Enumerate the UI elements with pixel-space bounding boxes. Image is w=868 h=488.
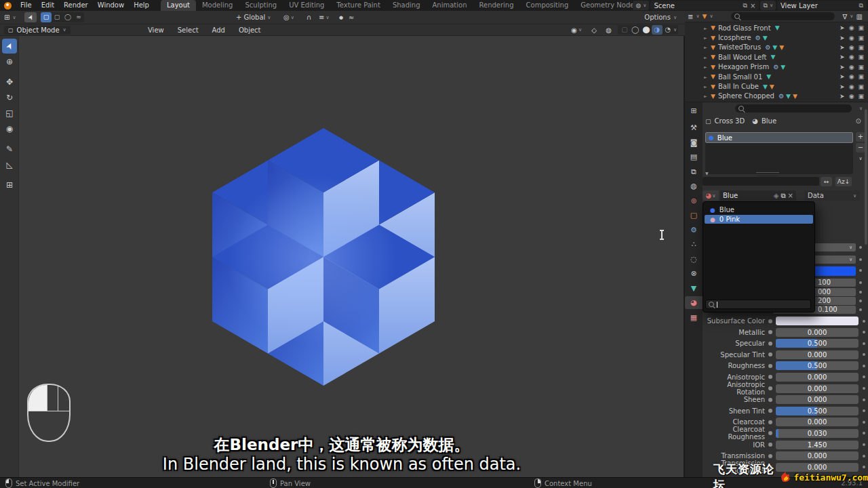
fake-user-icon[interactable]: ◈ xyxy=(774,192,779,199)
tool-select-box[interactable]: ➤ xyxy=(2,39,17,54)
hide-eye-icon[interactable]: ◉ xyxy=(849,44,854,51)
select-pointer-icon[interactable]: ➤ xyxy=(840,73,845,80)
hide-eye-icon[interactable]: ◉ xyxy=(849,64,854,70)
animate-dot-icon[interactable] xyxy=(768,443,772,447)
extras-dot-icon[interactable] xyxy=(863,331,865,333)
value-slider[interactable]: 0.030 xyxy=(776,429,859,438)
shading-rendered-icon[interactable]: ◔ xyxy=(663,25,673,35)
animate-dot-icon[interactable] xyxy=(768,330,772,334)
animate-dot-icon[interactable] xyxy=(768,409,772,413)
extras-dot-icon[interactable] xyxy=(863,455,865,458)
animate-dot-icon[interactable] xyxy=(768,454,772,458)
properties-tab-particles[interactable]: ∴ xyxy=(685,238,703,251)
snap-toggle[interactable]: ∩ xyxy=(307,11,311,24)
value-slider[interactable]: 0.500 xyxy=(776,339,859,348)
select-mode-lasso-icon[interactable]: ≈ xyxy=(73,12,84,22)
color-swatch[interactable] xyxy=(776,317,859,325)
menu-edit[interactable]: Edit xyxy=(37,0,59,11)
select-pointer-icon[interactable]: ➤ xyxy=(840,64,845,70)
shading-material-icon[interactable]: ◑ xyxy=(652,25,663,35)
disable-render-icon[interactable]: ▣ xyxy=(858,44,864,51)
blender-logo-icon[interactable] xyxy=(4,2,12,9)
name-field[interactable] xyxy=(703,177,819,186)
value-slider[interactable]: 0.000 xyxy=(776,328,859,337)
outliner-item-hexagon-prism[interactable]: ► ▼ Hexagon Prism ⚙▼ ➤ ◉ ▣ xyxy=(685,62,868,72)
tool-cursor[interactable]: ⊕ xyxy=(2,54,17,69)
tool-add-cube[interactable]: ⊞ xyxy=(2,178,17,192)
extras-dot-icon[interactable] xyxy=(863,320,865,323)
outliner-item-name[interactable]: Rod Glass Front xyxy=(718,24,771,32)
value-slider[interactable]: 0.000 xyxy=(776,418,859,426)
outliner-item-name[interactable]: TwistedTorus xyxy=(718,43,761,51)
animate-dot-icon[interactable] xyxy=(768,431,772,435)
extras-dot-icon[interactable] xyxy=(863,399,865,401)
properties-tab-view-layer[interactable]: ⧉ xyxy=(685,165,703,178)
material-browse-button[interactable]: ◕ ∨ xyxy=(703,190,719,201)
visibility-dropdown[interactable]: ◉ ∨ xyxy=(571,24,582,35)
material-option-0-pink[interactable]: ● 0 Pink xyxy=(705,215,813,224)
copy-icon[interactable]: ⧉ xyxy=(859,2,863,9)
menu-render[interactable]: Render xyxy=(59,0,93,11)
pivot-point-dropdown[interactable]: ◎ ∨ xyxy=(283,11,294,24)
pin-icon[interactable]: ⊙ xyxy=(856,117,861,125)
popup-search-input[interactable] xyxy=(705,300,811,309)
tab-compositing[interactable]: Compositing xyxy=(520,0,575,11)
hide-eye-icon[interactable]: ◉ xyxy=(849,24,854,31)
expand-arrow-icon[interactable]: ► xyxy=(704,35,711,40)
view-layer-browse-button[interactable]: ⧉ ∨ xyxy=(760,1,776,10)
select-pointer-icon[interactable]: ➤ xyxy=(840,93,845,100)
select-mode-box-icon[interactable]: ▢ xyxy=(52,12,62,22)
copy-icon[interactable]: ⧉ xyxy=(743,2,747,9)
close-icon[interactable]: × xyxy=(750,2,755,9)
tool-annotate[interactable]: ✎ xyxy=(2,142,17,157)
tool-scale[interactable]: ◱ xyxy=(2,106,17,121)
display-mode-icon[interactable]: ≣ xyxy=(688,13,693,20)
select-pointer-icon[interactable]: ➤ xyxy=(840,35,845,41)
properties-tab-world[interactable]: ⊛ xyxy=(685,195,703,207)
properties-search-input[interactable] xyxy=(735,104,852,113)
select-pointer-icon[interactable]: ➤ xyxy=(840,44,845,51)
outliner-item-ball-wood-left[interactable]: ► ▼ Ball Wood Left ▼ ➤ ◉ ▣ xyxy=(685,52,868,62)
extras-dot-icon[interactable] xyxy=(863,353,865,356)
value-slider[interactable]: 0.500 xyxy=(776,407,859,415)
expand-arrow-icon[interactable]: ► xyxy=(704,75,711,79)
editor-type-button[interactable]: ⊞ xyxy=(685,104,703,117)
animate-dot-icon[interactable] xyxy=(768,352,772,357)
scene-browse-button[interactable]: ◍ ∨ xyxy=(633,1,649,10)
value-slider[interactable]: 0.500 xyxy=(776,361,859,370)
expand-arrow-icon[interactable]: ► xyxy=(704,45,711,49)
extras-dot-icon[interactable] xyxy=(863,387,865,390)
expand-arrow-icon[interactable]: ► xyxy=(704,84,711,89)
value-slider[interactable]: 0.000 xyxy=(776,451,859,460)
properties-tab-material[interactable]: ◕ xyxy=(685,296,703,309)
options-dropdown[interactable]: Options ∨ xyxy=(644,11,677,24)
extras-dot-icon[interactable] xyxy=(863,432,865,434)
view-layer-name-field[interactable]: View Layer ⧉ xyxy=(777,1,867,10)
copy-icon[interactable]: ⧉ xyxy=(781,192,785,200)
object-filter-icon[interactable]: ▼ xyxy=(703,13,707,20)
sort-alpha-button[interactable]: Az↓ xyxy=(835,177,852,186)
extras-dot-icon[interactable] xyxy=(863,365,865,367)
animate-dot-icon[interactable] xyxy=(768,386,772,390)
tool-rotate[interactable]: ↻ xyxy=(2,90,17,105)
extras-dot-icon[interactable] xyxy=(863,421,865,424)
properties-tab-object[interactable]: ▢ xyxy=(685,209,703,222)
menu-file[interactable]: File xyxy=(16,0,37,11)
viewport-menu-select[interactable]: Select xyxy=(172,26,204,34)
properties-tab-render[interactable]: ◙ xyxy=(685,136,703,149)
animate-dot-icon[interactable] xyxy=(768,364,772,368)
animate-dot-icon[interactable] xyxy=(768,375,772,379)
select-pointer-icon[interactable]: ➤ xyxy=(840,83,845,90)
select-pointer-icon[interactable]: ➤ xyxy=(840,24,845,31)
swap-arrows-button[interactable]: ↔ xyxy=(821,177,832,186)
shading-solid-icon[interactable]: ⬤ xyxy=(641,25,652,35)
menu-window[interactable]: Window xyxy=(93,0,129,11)
material-name-field[interactable]: Blue ◈ ⧉ × xyxy=(720,190,796,201)
editor-type-button[interactable]: ⊞ ∨ xyxy=(4,11,16,24)
material-option-blue[interactable]: ● Blue xyxy=(705,205,813,214)
hide-eye-icon[interactable]: ◉ xyxy=(849,73,854,80)
viewport-menu-view[interactable]: View xyxy=(142,26,170,34)
snap-settings-dropdown[interactable]: ≡ ∨ xyxy=(319,11,330,24)
slot-specials-dropdown[interactable]: ∨ xyxy=(856,154,865,163)
proportional-editing-toggle[interactable]: ● xyxy=(339,11,343,24)
